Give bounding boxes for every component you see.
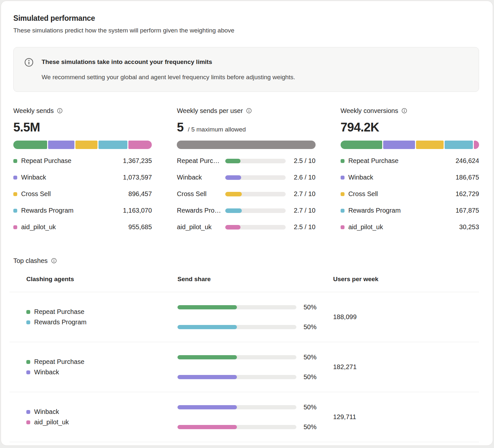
share-lines: 50%50% bbox=[177, 354, 333, 381]
column-header-clashing-agents: Clashing agents bbox=[9, 276, 177, 283]
legend-dot bbox=[26, 420, 30, 424]
stacked-segment-rewards_program bbox=[98, 141, 127, 149]
mini-bar-track bbox=[225, 225, 286, 230]
metric-value: 246,624 bbox=[456, 157, 479, 165]
share-percent: 50% bbox=[304, 354, 317, 361]
agent-label: Repeat Purchase bbox=[34, 308, 84, 316]
mini-bar-track bbox=[225, 208, 286, 213]
callout-title: These simulations take into account your… bbox=[42, 57, 295, 66]
agent-label: Rewards Program bbox=[21, 207, 123, 214]
metric-value: 167,875 bbox=[456, 207, 479, 214]
send-share-cell: 50%50% bbox=[177, 354, 333, 381]
mini-bar-track bbox=[225, 175, 286, 180]
metric-weekly-sends-per-user: Weekly sends per user 5 / 5 maximum allo… bbox=[177, 107, 315, 239]
metric-row: Winback186,675 bbox=[341, 173, 479, 182]
stacked-segment-rewards_program bbox=[445, 141, 473, 149]
info-icon[interactable] bbox=[51, 258, 57, 264]
agent-label: aid_pilot_uk bbox=[177, 223, 223, 231]
metric-header: Weekly sends bbox=[13, 107, 152, 115]
info-icon[interactable] bbox=[401, 108, 407, 114]
send-share-cell: 50%50% bbox=[177, 404, 333, 431]
users-value: 188,099 bbox=[333, 313, 357, 320]
legend-dot bbox=[341, 192, 344, 196]
agent-line: Winback bbox=[26, 407, 177, 417]
metric-total-suffix: / 5 maximum allowed bbox=[188, 126, 246, 133]
metric-value: 162,729 bbox=[456, 190, 479, 198]
info-icon[interactable] bbox=[246, 108, 252, 114]
stacked-segment-cross_sell bbox=[75, 141, 98, 149]
weekly-sends-stacked-bar bbox=[13, 141, 152, 149]
share-bar-fill bbox=[177, 425, 237, 429]
metric-title: Weekly sends per user bbox=[177, 107, 243, 115]
legend-dot bbox=[26, 370, 30, 374]
info-icon[interactable] bbox=[57, 108, 63, 114]
share-percent: 50% bbox=[304, 373, 317, 381]
weekly-conversions-stacked-bar bbox=[341, 141, 479, 149]
metric-weekly-conversions: Weekly conversions 794.2K Repeat Purchas… bbox=[341, 107, 479, 239]
legend-dot bbox=[26, 360, 30, 364]
share-line: 50% bbox=[177, 423, 333, 431]
metric-row: Repeat Purchase1,367,235 bbox=[13, 156, 152, 166]
share-percent: 50% bbox=[304, 304, 317, 311]
metric-value: 1,163,070 bbox=[123, 207, 152, 214]
users-per-week-cell: 129,711 bbox=[333, 413, 479, 421]
metric-title: Weekly sends bbox=[13, 107, 54, 115]
stacked-segment-cross_sell bbox=[416, 141, 444, 149]
metric-total: 794.2K bbox=[341, 120, 479, 136]
agent-label: Repeat Purchase bbox=[21, 157, 123, 165]
clashing-agents-cell: Winbackaid_pilot_uk bbox=[9, 407, 177, 428]
metric-value: 186,675 bbox=[456, 174, 479, 181]
table-body: Repeat PurchaseRewards Program50%50%188,… bbox=[9, 292, 479, 442]
metric-value: 2.7 / 10 bbox=[294, 207, 316, 214]
sends-per-user-breakdown: Repeat Purchase2.5 / 10Winback2.6 / 10Cr… bbox=[177, 156, 315, 232]
share-percent: 50% bbox=[304, 423, 317, 431]
share-line: 50% bbox=[177, 404, 333, 411]
agent-label: Repeat Purchase bbox=[177, 157, 223, 165]
weekly-conversions-breakdown: Repeat Purchase246,624Winback186,675Cros… bbox=[341, 156, 479, 232]
metric-row: Rewards Program1,163,070 bbox=[13, 206, 152, 215]
stacked-segment-aid_pilot_uk bbox=[474, 141, 479, 149]
metric-row: Rewards Program167,875 bbox=[341, 206, 479, 215]
share-bar-fill bbox=[177, 355, 237, 359]
share-bar-track bbox=[177, 325, 296, 329]
top-clashes-title: Top clashes bbox=[13, 257, 48, 265]
stacked-segment-winback bbox=[48, 141, 75, 149]
users-value: 129,711 bbox=[333, 413, 356, 420]
agent-label: Rewards Program bbox=[348, 207, 456, 214]
agent-label: aid_pilot_uk bbox=[21, 223, 128, 231]
legend-dot bbox=[341, 225, 344, 229]
mini-bar-track bbox=[225, 192, 286, 196]
callout-body: We recommend setting your global and age… bbox=[42, 74, 295, 81]
agent-label: Repeat Purchase bbox=[34, 358, 84, 366]
legend-dot bbox=[341, 209, 344, 213]
metric-row: Cross Sell162,729 bbox=[341, 189, 479, 199]
metric-value: 896,457 bbox=[128, 190, 152, 198]
legend-dot bbox=[13, 176, 17, 180]
agent-line: Repeat Purchase bbox=[26, 307, 177, 317]
users-value: 182,271 bbox=[333, 363, 357, 370]
column-header-users-per-week: Users per week bbox=[333, 276, 479, 283]
per-user-row: Cross Sell2.7 / 10 bbox=[177, 189, 315, 199]
column-header-send-share: Send share bbox=[177, 276, 333, 283]
users-per-week-cell: 182,271 bbox=[333, 363, 479, 371]
agent-label: Winback bbox=[348, 174, 456, 181]
agent-label: aid_pilot_uk bbox=[34, 418, 69, 426]
share-bar-track bbox=[177, 305, 296, 309]
legend-dot bbox=[13, 192, 17, 196]
top-clashes-table: Clashing agents Send share Users per wee… bbox=[9, 265, 479, 442]
sends-per-user-bar bbox=[177, 141, 315, 149]
share-line: 50% bbox=[177, 373, 333, 381]
stacked-segment-repeat_purchase bbox=[341, 141, 383, 149]
share-line: 50% bbox=[177, 354, 333, 361]
share-bar-fill bbox=[177, 305, 237, 309]
metric-row: aid_pilot_uk955,685 bbox=[13, 222, 152, 232]
top-clashes-section: Top clashes Clashing agents Send share U… bbox=[1, 257, 493, 442]
agent-label: aid_pilot_uk bbox=[348, 223, 459, 231]
metric-title: Weekly conversions bbox=[341, 107, 398, 115]
stacked-segment-repeat_purchase bbox=[13, 141, 47, 149]
clashing-agents-cell: Repeat PurchaseWinback bbox=[9, 357, 177, 378]
share-lines: 50%50% bbox=[177, 304, 333, 331]
agent-label: Winback bbox=[21, 174, 123, 181]
metric-value: 2.7 / 10 bbox=[294, 190, 316, 198]
share-bar-track bbox=[177, 355, 296, 359]
